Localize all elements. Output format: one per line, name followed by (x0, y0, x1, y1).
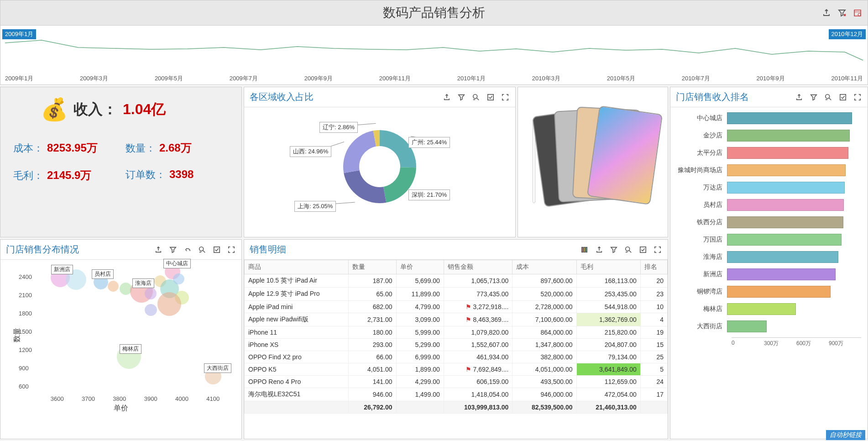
table-cell: 1,362,769.00 (576, 313, 640, 326)
table-header[interactable]: 毛利 (576, 260, 640, 274)
table-header[interactable]: 单价 (396, 260, 444, 274)
timeline-tick: 2009年5月 (155, 74, 183, 83)
table-cell: 1,418,054.00 (444, 388, 512, 401)
table-cell: 4,051,000.00 (512, 363, 576, 376)
rank-row[interactable]: 万达店 (677, 181, 861, 194)
check-icon[interactable] (212, 245, 221, 254)
table-header[interactable]: 排名 (640, 260, 667, 274)
table-header[interactable]: 销售金额 (444, 260, 512, 274)
timeline-tick: 2010年11月 (831, 74, 863, 83)
ranking-chart[interactable]: 中心城店金沙店太平分店豫城时尚商场店万达店员村店铁西分店万国店淮海店新洲店铜锣湾… (670, 107, 868, 437)
rank-bar (727, 234, 842, 246)
table-row[interactable]: iPhone 11180.005,999.001,079,820.00864,0… (245, 326, 668, 339)
search-icon[interactable] (471, 93, 481, 102)
export-icon[interactable] (595, 245, 604, 254)
table-row[interactable]: iPhone XS293.005,299.001,552,607.001,347… (245, 339, 668, 351)
detail-table[interactable]: 商品数量单价销售金额成本毛利排名Apple 10.5 英寸 iPad Air18… (244, 260, 668, 414)
filter-icon[interactable] (609, 245, 618, 254)
table-cell: 773,435.00 (444, 288, 512, 301)
search-icon[interactable] (824, 93, 833, 102)
table-row[interactable]: Apple iPad mini682.004,799.00⚑3,272,918.… (245, 301, 668, 313)
timeline-tick: 2010年9月 (757, 74, 785, 83)
filter-icon[interactable] (809, 93, 818, 102)
scatter-xlabel: 单价 (114, 404, 128, 413)
filter-icon[interactable] (168, 245, 178, 254)
export-icon[interactable] (154, 245, 163, 254)
bubble[interactable] (145, 304, 157, 316)
table-header[interactable]: 数量 (349, 260, 396, 274)
table-cell: 293.00 (349, 339, 396, 351)
table-row[interactable]: OPPO Find X2 pro66.006,999.00461,934.003… (245, 351, 668, 363)
calendar-icon[interactable] (853, 8, 862, 17)
expand-icon[interactable] (653, 245, 662, 254)
expand-icon[interactable] (501, 93, 510, 102)
y-tick: 1200 (19, 346, 32, 353)
money-bag-icon: 💰 (41, 96, 68, 122)
table-cell: 5,299.00 (396, 339, 444, 351)
donut-chart[interactable]: 广州: 25.44%深圳: 21.70%上海: 25.05%山西: 24.96%… (244, 107, 515, 226)
ranking-panel: 门店销售收入排名 中心城店金沙店太平分店豫城时尚商场店万达店员村店铁西分店万国店… (670, 87, 868, 439)
rank-row[interactable]: 梅林店 (677, 303, 861, 315)
export-icon[interactable] (442, 93, 451, 102)
scatter-plot[interactable]: 6009001200150018002100240036003700380039… (42, 264, 237, 392)
y-tick: 2100 (19, 291, 32, 298)
table-row[interactable]: OPPO Reno 4 Pro141.004,299.00606,159.004… (245, 376, 668, 388)
rank-row[interactable]: 中心城店 (677, 112, 861, 125)
filter-clear-icon[interactable] (837, 8, 847, 17)
table-footer-cell: 26,792.00 (349, 401, 396, 414)
bubble[interactable] (108, 281, 119, 292)
table-header[interactable]: 商品 (245, 260, 349, 274)
table-cell: 23 (640, 288, 667, 301)
table-row[interactable]: Apple new iPadwifi版2,731.003,099.00⚑8,46… (245, 313, 668, 326)
rank-bar (727, 216, 843, 228)
timeline-end-badge: 2010年12月 (829, 29, 866, 39)
search-icon[interactable] (624, 245, 633, 254)
table-cell: 4,799.00 (396, 301, 444, 313)
svg-rect-11 (582, 247, 583, 252)
bubble[interactable] (173, 273, 184, 284)
rank-row[interactable]: 大西街店 (677, 320, 861, 333)
pie-label: 广州: 25.44% (408, 137, 450, 148)
bubble[interactable] (157, 292, 181, 316)
table-cell: 253,435.00 (576, 288, 640, 301)
table-header[interactable]: 成本 (512, 260, 576, 274)
table-row[interactable]: Apple 12.9 英寸 iPad Pro65.0011,899.00773,… (245, 288, 668, 301)
timeline-chart[interactable]: 2009年1月 2010年12月 2009年1月2009年3月2009年5月20… (0, 26, 868, 85)
rank-row[interactable]: 太平分店 (677, 147, 861, 159)
check-icon[interactable] (486, 93, 495, 102)
export-icon[interactable] (795, 93, 804, 102)
check-icon[interactable] (638, 245, 648, 254)
rank-row[interactable]: 金沙店 (677, 129, 861, 142)
rank-row[interactable]: 铁西分店 (677, 216, 861, 229)
x-tick: 3700 (82, 395, 95, 402)
bubble-label: 梅林店 (120, 344, 141, 354)
rank-row[interactable]: 铜锣湾店 (677, 285, 861, 298)
page-title: 数码产品销售分析 (383, 4, 485, 21)
search-icon[interactable] (198, 245, 207, 254)
timeline-tick: 2010年3月 (532, 74, 560, 83)
bubble[interactable] (145, 288, 156, 299)
columns-icon[interactable] (580, 245, 589, 254)
rank-row[interactable]: 员村店 (677, 199, 861, 211)
y-tick: 900 (19, 364, 29, 371)
filter-icon[interactable] (457, 93, 466, 102)
table-row[interactable]: OPPO K54,051.001,899.00⚑7,692,849....4,0… (245, 363, 668, 376)
rank-row[interactable]: 豫城时尚商场店 (677, 164, 861, 177)
watermark: 自动秒链接 (826, 430, 865, 440)
expand-icon[interactable] (227, 245, 236, 254)
rank-row[interactable]: 万国店 (677, 233, 861, 246)
rank-row[interactable]: 淮海店 (677, 251, 861, 263)
undo-icon[interactable] (183, 245, 192, 254)
table-row[interactable]: Apple 10.5 英寸 iPad Air187.005,699.001,06… (245, 274, 668, 288)
check-icon[interactable] (838, 93, 847, 102)
table-cell: 2,731.00 (349, 313, 396, 326)
table-cell: 3,099.00 (396, 313, 444, 326)
table-row[interactable]: 海尔电视LE32C51946.001,499.001,418,054.00946… (245, 388, 668, 401)
table-cell: Apple 12.9 英寸 iPad Pro (245, 288, 349, 301)
table-cell: 520,000.00 (512, 288, 576, 301)
svg-rect-5 (488, 94, 493, 100)
rank-bar (727, 147, 848, 159)
expand-icon[interactable] (853, 93, 862, 102)
rank-row[interactable]: 新洲店 (677, 268, 861, 281)
export-icon[interactable] (822, 8, 831, 17)
